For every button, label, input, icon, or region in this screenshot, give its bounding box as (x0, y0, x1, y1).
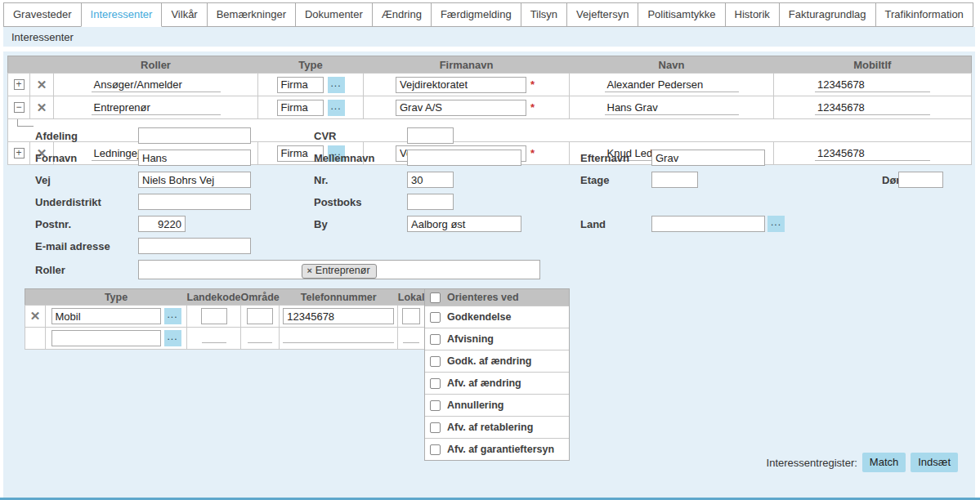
navn-field[interactable]: Hans Grav (605, 100, 739, 115)
tab-historik[interactable]: Historik (725, 2, 780, 27)
fornavn-input[interactable] (138, 150, 251, 166)
phone-type-lookup-button[interactable]: ... (164, 330, 181, 346)
tab-gravesteder[interactable]: Gravesteder (3, 2, 82, 27)
phone-row: ✕ ... (25, 306, 425, 328)
firmanavn-input[interactable] (396, 77, 526, 93)
nr-input[interactable] (407, 172, 454, 188)
land-lookup-button[interactable]: ... (767, 216, 785, 232)
tag-remove-icon[interactable]: × (307, 266, 311, 275)
roller-field[interactable]: Entreprenør (92, 100, 221, 115)
checkbox-label: Godk. af ændring (447, 355, 531, 367)
interessentregister-bar: Interessentregister: Match Indsæt (767, 453, 958, 472)
telefonnummer-input[interactable] (283, 308, 394, 324)
type-lookup-button[interactable]: ... (328, 100, 345, 116)
cvr-input[interactable] (407, 127, 454, 144)
phone-row-empty: ... (25, 328, 425, 350)
mobiltlf-field[interactable]: 12345678 (815, 77, 930, 92)
cvr-label: CVR (314, 130, 336, 142)
select-all-checkbox[interactable] (430, 292, 441, 303)
tab-vilkaar[interactable]: Vilkår (161, 2, 207, 27)
delete-phone-icon[interactable]: ✕ (30, 309, 41, 323)
tab-bar: Gravesteder Interessenter Vilkår Bemærkn… (0, 0, 980, 27)
phone-type-lookup-button[interactable]: ... (164, 308, 181, 324)
tab-bemaerkninger[interactable]: Bemærkninger (207, 2, 296, 27)
landekode-input[interactable] (202, 331, 226, 343)
vej-label: Vej (35, 174, 51, 186)
orienteres-item: Afv. af ændring (425, 372, 569, 394)
omrade-input[interactable] (247, 308, 273, 324)
mobiltlf-field[interactable]: 12345678 (815, 100, 930, 115)
tab-tilsyn[interactable]: Tilsyn (521, 2, 567, 27)
afv-af-aendring-checkbox[interactable] (430, 378, 441, 389)
mellemnavn-input[interactable] (407, 150, 521, 166)
required-indicator: * (530, 101, 537, 114)
godkendelse-checkbox[interactable] (430, 312, 441, 323)
telefonnummer-input[interactable] (283, 331, 394, 343)
afvisning-checkbox[interactable] (430, 334, 441, 345)
email-input[interactable] (138, 238, 251, 254)
type-lookup-button[interactable]: ... (328, 77, 345, 93)
required-indicator: * (530, 78, 537, 91)
lokal-input[interactable] (403, 331, 419, 343)
match-button[interactable]: Match (862, 453, 906, 472)
indsaet-button[interactable]: Indsæt (911, 453, 958, 472)
mobiltlf-field[interactable]: 12345678 (815, 145, 930, 161)
postboks-input[interactable] (407, 194, 454, 210)
interessent-row-entreprenoer: − ✕ Entreprenør ... * Hans Grav 12345678 (8, 96, 972, 119)
phone-header-row: Type Landekode Område Telefonnummer Loka… (25, 289, 425, 306)
tab-aendring[interactable]: Ændring (372, 2, 432, 27)
dor-input[interactable] (898, 172, 943, 188)
annullering-checkbox[interactable] (430, 400, 441, 411)
type-input[interactable] (277, 77, 324, 93)
roller-field[interactable]: Ansøger/Anmelder (92, 77, 221, 92)
tab-trafikinformation[interactable]: Trafikinformation (875, 2, 973, 27)
orienteres-item: Afv. af garantieftersyn (425, 438, 569, 460)
expand-icon[interactable]: + (14, 148, 25, 158)
collapse-icon[interactable]: − (14, 102, 25, 113)
postnr-input[interactable] (138, 216, 186, 232)
by-input[interactable] (407, 216, 521, 232)
grid-header-row: Roller Type Firmanavn Navn Mobiltlf (8, 56, 972, 74)
firmanavn-input[interactable] (396, 100, 526, 116)
phone-col-omrade: Område (241, 289, 280, 306)
orienteres-item: Afvisning (425, 328, 569, 350)
expand-icon[interactable]: + (14, 79, 25, 90)
orienteres-header-label: Orienteres ved (447, 292, 519, 303)
orienteres-item: Godkendelse (425, 306, 569, 328)
underdistrikt-input[interactable] (138, 194, 251, 210)
lokal-input[interactable] (402, 308, 420, 324)
roller-label: Roller (35, 264, 65, 276)
postboks-label: Postboks (314, 196, 362, 208)
tab-dokumenter[interactable]: Dokumenter (295, 2, 373, 27)
tab-vejeftersyn[interactable]: Vejeftersyn (566, 2, 638, 27)
vej-input[interactable] (138, 172, 251, 188)
landekode-input[interactable] (201, 308, 227, 324)
etage-input[interactable] (651, 172, 698, 188)
navn-field[interactable]: Alexander Pedersen (605, 77, 739, 92)
tab-fakturagrundlag[interactable]: Fakturagrundlag (779, 2, 876, 27)
interessentregister-label: Interessentregister: (767, 457, 857, 469)
delete-row-icon[interactable]: ✕ (37, 78, 47, 92)
roller-tag-field[interactable]: ×Entreprenør (138, 260, 540, 279)
land-label: Land (580, 218, 606, 230)
tab-interessenter[interactable]: Interessenter (81, 2, 163, 27)
orienteres-item: Afv. af retablering (425, 416, 569, 438)
tab-faerdigmelding[interactable]: Færdigmelding (431, 2, 521, 27)
efternavn-input[interactable] (651, 150, 765, 166)
afdeling-label: Afdeling (35, 130, 78, 142)
delete-column-header (30, 56, 54, 74)
afv-af-retablering-checkbox[interactable] (430, 422, 441, 433)
land-input[interactable] (651, 216, 765, 232)
omrade-input[interactable] (248, 331, 272, 343)
phone-type-input[interactable] (51, 308, 161, 324)
delete-row-icon[interactable]: ✕ (37, 100, 47, 114)
afv-af-garantieftersyn-checkbox[interactable] (430, 444, 441, 455)
type-input[interactable] (277, 100, 324, 116)
efternavn-label: Efternavn (580, 152, 629, 164)
nr-label: Nr. (314, 174, 328, 186)
godk-af-aendring-checkbox[interactable] (430, 356, 441, 367)
phone-type-input[interactable] (51, 330, 161, 346)
afdeling-input[interactable] (138, 127, 251, 144)
tab-politisamtykke[interactable]: Politisamtykke (638, 2, 725, 27)
col-header-navn: Navn (570, 56, 774, 74)
